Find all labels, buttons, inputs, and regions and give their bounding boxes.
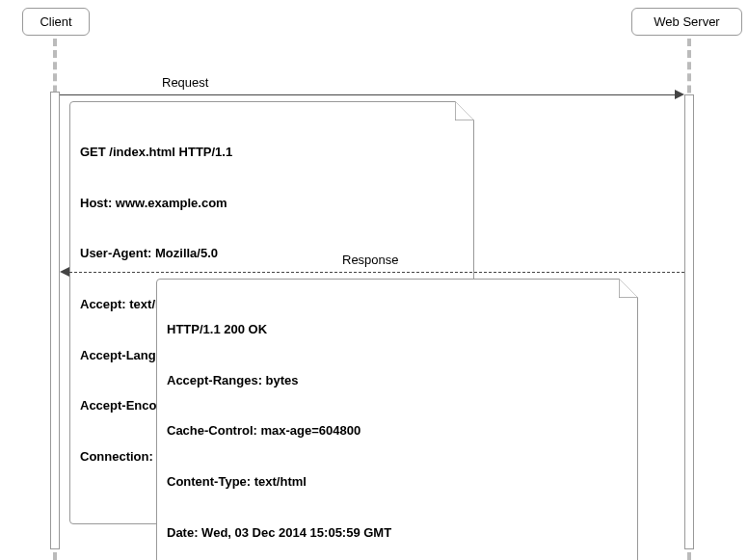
response-line: Cache-Control: max-age=604800 — [167, 422, 628, 440]
response-label: Response — [342, 253, 399, 267]
request-label: Request — [162, 75, 208, 90]
note-fold-line-icon — [619, 279, 638, 298]
participant-client: Client — [22, 8, 90, 36]
participant-server: Web Server — [631, 8, 742, 36]
request-arrow — [60, 94, 675, 95]
participant-client-label: Client — [40, 14, 71, 29]
response-arrow — [69, 272, 684, 273]
response-line: Accept-Ranges: bytes — [167, 372, 628, 389]
request-line: User-Agent: Mozilla/5.0 — [80, 245, 464, 262]
response-line: HTTP/1.1 200 OK — [167, 321, 628, 338]
svg-line-2 — [455, 101, 474, 120]
note-fold-line-icon — [455, 101, 474, 120]
response-line: Content-Type: text/html — [167, 473, 628, 491]
server-activation — [684, 94, 694, 549]
request-line: GET /index.html HTTP/1.1 — [80, 144, 464, 161]
participant-server-label: Web Server — [654, 14, 719, 29]
response-arrow-head — [60, 267, 69, 277]
request-arrow-head — [675, 90, 684, 99]
request-line: Host: www.example.com — [80, 195, 464, 212]
response-line: Date: Wed, 03 Dec 2014 15:05:59 GMT — [167, 524, 628, 542]
response-note: HTTP/1.1 200 OK Accept-Ranges: bytes Cac… — [156, 279, 638, 560]
client-activation — [50, 92, 60, 549]
